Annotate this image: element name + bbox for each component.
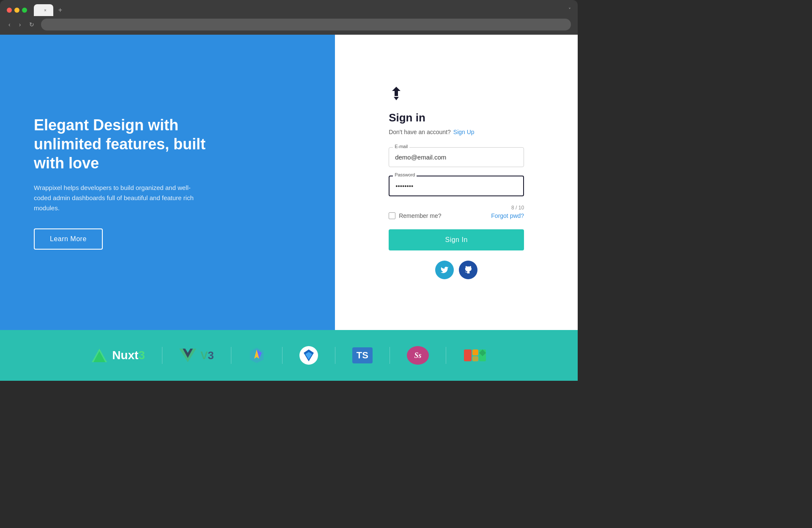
forward-button[interactable]: › [17,20,23,29]
traffic-lights [7,8,27,13]
form-footer: Remember me? Forgot pwd? [389,212,524,219]
close-traffic-light[interactable] [7,8,12,13]
hero-subtitle: Wrappixel helps developers to build orga… [34,183,203,213]
tech-typescript: TS [352,347,373,363]
tab-dropdown-icon[interactable]: ˅ [568,7,571,13]
github-icon [464,266,472,274]
nuxt-text: Nuxt3 [112,349,145,362]
minimize-traffic-light[interactable] [14,8,19,13]
typescript-badge: TS [352,347,373,363]
tech-vite [248,347,265,364]
left-panel: Elegant Design with unlimited features, … [0,35,335,330]
tech-primeflex [463,346,487,365]
right-panel: Sign in Don't have an account? Sign Up E… [335,35,578,330]
tech-vuetify [299,346,318,365]
no-account-text: Don't have an account? [389,129,451,135]
separator-1 [162,347,162,364]
social-buttons [389,261,524,279]
vue-logo-icon [179,348,196,363]
separator-3 [282,347,283,364]
remember-me-checkbox[interactable] [389,212,395,219]
learn-more-button[interactable]: Learn More [34,228,103,250]
svg-text:Ss: Ss [414,351,421,360]
svg-rect-13 [472,349,478,355]
email-field-group: E-mail [389,147,524,167]
vite-logo-icon [248,347,265,364]
primeflex-logo-icon [463,346,487,365]
password-field-group: Password [389,176,524,196]
page-content: Elegant Design with unlimited features, … [0,35,578,330]
password-label: Password [393,172,417,177]
remember-me-label[interactable]: Remember me? [389,212,441,219]
tech-bar: Nuxt3 V3 TS [0,330,578,381]
vuetify-logo-icon [299,346,318,365]
svg-rect-12 [464,349,472,361]
active-tab[interactable]: × [34,4,53,16]
browser-toolbar: ‹ › ↻ [0,19,578,34]
separator-5 [390,347,390,364]
email-input[interactable] [389,147,524,167]
nuxt-logo-icon [91,348,108,363]
separator-2 [231,347,231,364]
remember-me-text: Remember me? [399,212,441,219]
separator-4 [335,347,335,364]
tech-nuxt: Nuxt3 [91,348,145,363]
sass-logo-icon: Ss [407,346,429,365]
separator-6 [446,347,446,364]
tab-bar: × + ˅ [34,4,571,16]
sign-up-row: Don't have an account? Sign Up [389,129,524,135]
email-label: E-mail [393,144,409,149]
github-login-button[interactable] [459,261,477,279]
forgot-password-link[interactable]: Forgot pwd? [491,212,524,219]
tab-close-icon[interactable]: × [44,8,47,13]
twitter-login-button[interactable] [435,261,454,279]
char-count: 8 / 10 [389,205,524,211]
twitter-icon [440,266,449,274]
brand-logo [389,86,404,101]
address-bar[interactable] [41,19,571,30]
new-tab-button[interactable]: + [55,5,66,16]
refresh-button[interactable]: ↻ [27,20,36,29]
sign-up-link[interactable]: Sign Up [453,129,475,135]
login-form: Sign in Don't have an account? Sign Up E… [389,86,524,279]
tech-sass: Ss [407,346,429,365]
hero-content: Elegant Design with unlimited features, … [34,116,237,250]
hero-title: Elegant Design with unlimited features, … [34,116,237,173]
back-button[interactable]: ‹ [7,20,12,29]
browser-chrome: × + ˅ ‹ › ↻ [0,0,578,35]
tech-vue: V3 [179,348,214,363]
svg-rect-14 [472,356,478,361]
vue-text: V3 [200,349,214,362]
password-input[interactable] [389,176,524,196]
fullscreen-traffic-light[interactable] [22,8,27,13]
sign-in-title: Sign in [389,111,524,124]
sign-in-button[interactable]: Sign In [389,229,524,250]
